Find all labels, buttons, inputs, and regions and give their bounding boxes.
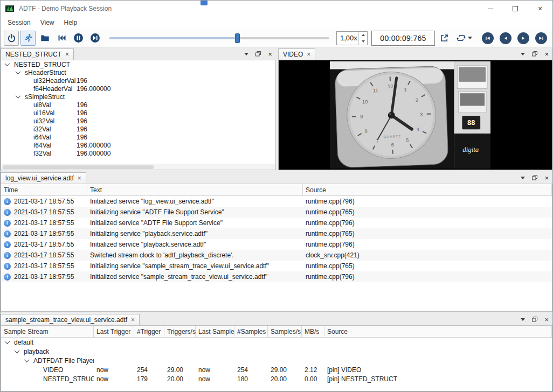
tree-item[interactable]: ui32HeaderVal196 bbox=[1, 76, 275, 85]
brand-strip-text: digita bbox=[462, 146, 479, 153]
tab-close-icon[interactable]: × bbox=[131, 316, 135, 324]
speed-spinbox[interactable]: 1,00x bbox=[336, 31, 368, 45]
cell-text: Initialized service "sample_stream_trace… bbox=[87, 273, 303, 281]
next-marker-button[interactable] bbox=[535, 32, 547, 44]
table-row[interactable]: i2021-03-17 18:57:55Initialized service … bbox=[1, 271, 552, 282]
menu-help[interactable]: Help bbox=[59, 19, 82, 26]
expander-icon[interactable] bbox=[16, 93, 21, 99]
tree-value: 196.000000 bbox=[77, 85, 110, 93]
tab-nested-struct[interactable]: NESTED_STRUCT × bbox=[1, 48, 74, 60]
timeline-slider[interactable] bbox=[109, 31, 329, 46]
tree-item[interactable]: i32Val196 bbox=[1, 125, 275, 133]
table-row[interactable]: i2021-03-17 18:57:55Switched stream cloc… bbox=[1, 250, 552, 261]
step-forward-button[interactable] bbox=[87, 31, 102, 46]
column-header-triggers-s[interactable]: Triggers/s bbox=[164, 326, 196, 337]
panel-float-button[interactable] bbox=[531, 174, 538, 181]
tree-item[interactable]: ui8Val196 bbox=[1, 101, 275, 109]
column-header-sample-stream[interactable]: Sample Stream bbox=[1, 326, 94, 337]
chevron-down-icon bbox=[244, 53, 248, 55]
svg-text:12: 12 bbox=[388, 83, 393, 89]
close-button[interactable]: × bbox=[528, 1, 552, 17]
open-file-button[interactable] bbox=[37, 31, 52, 46]
slider-handle[interactable] bbox=[235, 33, 240, 43]
loop-button[interactable] bbox=[453, 31, 475, 46]
tree-item[interactable]: f64Val196.000000 bbox=[1, 141, 275, 149]
table-row[interactable]: i2021-03-17 18:57:55Initialized service … bbox=[1, 218, 552, 228]
table-row[interactable]: i2021-03-17 18:57:55Initialized service … bbox=[1, 239, 552, 250]
tab-close-icon[interactable]: × bbox=[78, 174, 81, 182]
scrollbar-horizontal[interactable] bbox=[1, 164, 275, 170]
expander-icon[interactable] bbox=[16, 69, 21, 74]
panel-float-button[interactable] bbox=[531, 51, 538, 57]
pause-button[interactable] bbox=[71, 31, 86, 46]
tree-item[interactable]: ui32Val196 bbox=[1, 117, 275, 125]
table-row[interactable]: default bbox=[1, 338, 552, 347]
column-header-last-trigger[interactable]: Last Trigger bbox=[94, 326, 134, 337]
tree-item[interactable]: f32Val196.000000 bbox=[1, 149, 275, 157]
expander-icon[interactable] bbox=[15, 348, 20, 353]
panel-close-button[interactable]: × bbox=[544, 50, 549, 58]
panel-menu-button[interactable] bbox=[521, 177, 525, 179]
tab-video[interactable]: VIDEO × bbox=[278, 48, 315, 60]
expander-icon[interactable] bbox=[24, 357, 30, 362]
detach-button[interactable] bbox=[437, 31, 452, 46]
column-header-num-samples[interactable]: #Samples bbox=[234, 326, 268, 337]
column-header-time[interactable]: Time bbox=[1, 184, 87, 195]
column-header-samples-s[interactable]: Samples/s bbox=[268, 326, 302, 337]
panel-float-button[interactable] bbox=[531, 316, 538, 323]
panel-menu-button[interactable] bbox=[521, 53, 525, 55]
minimize-button[interactable] bbox=[478, 1, 503, 17]
tree-item[interactable]: NESTED_STRUCT bbox=[1, 60, 275, 68]
scrollbar-thumb[interactable] bbox=[3, 165, 154, 169]
panel-float-button[interactable] bbox=[255, 51, 261, 57]
column-header-num-trigger[interactable]: #Trigger bbox=[134, 326, 164, 337]
tree-item[interactable]: ui16Val196 bbox=[1, 109, 275, 117]
cell-time: 2021-03-17 18:57:55 bbox=[14, 241, 74, 248]
column-header-source[interactable]: Source bbox=[324, 326, 552, 337]
panel-close-button[interactable]: × bbox=[544, 174, 549, 182]
column-header-text[interactable]: Text bbox=[87, 184, 303, 195]
cell-last-trigger: now bbox=[94, 366, 134, 374]
maximize-button[interactable] bbox=[503, 1, 528, 17]
table-row[interactable]: playback bbox=[1, 347, 552, 356]
tab-close-icon[interactable]: × bbox=[65, 51, 69, 58]
tab-trace-view[interactable]: sample_stream_trace_view.ui_service.adtf… bbox=[1, 314, 140, 325]
expander-icon[interactable] bbox=[5, 339, 10, 344]
tab-close-icon[interactable]: × bbox=[307, 51, 310, 58]
panel-close-button[interactable]: × bbox=[544, 316, 549, 324]
cell-source: runtime.cpp(796) bbox=[303, 273, 552, 281]
menu-view[interactable]: View bbox=[36, 19, 59, 26]
spin-up-icon[interactable] bbox=[359, 32, 367, 38]
svg-text:11: 11 bbox=[373, 88, 378, 93]
spin-down-icon[interactable] bbox=[359, 38, 367, 45]
tree-item[interactable]: i64Val196 bbox=[1, 133, 275, 141]
expander-icon[interactable] bbox=[5, 61, 10, 66]
table-row[interactable]: ADTFDAT File Player bbox=[1, 356, 552, 365]
column-header-source[interactable]: Source bbox=[303, 184, 552, 195]
run-button[interactable] bbox=[20, 31, 36, 46]
tab-log-view[interactable]: log_view.ui_service.adtf × bbox=[1, 172, 86, 184]
menu-session[interactable]: Session bbox=[3, 19, 36, 26]
panel-close-button[interactable]: × bbox=[268, 50, 272, 58]
step-forward-marker-button[interactable] bbox=[517, 32, 529, 44]
tree-item[interactable]: sHeaderStruct bbox=[1, 68, 275, 76]
shutdown-button[interactable] bbox=[4, 31, 19, 46]
cell-num-samples: 180 bbox=[234, 375, 268, 383]
cell-mb-s: 0.00 bbox=[302, 375, 324, 383]
table-row[interactable]: NESTED_STRUCT now 179 20.00 now 180 20.0… bbox=[1, 374, 552, 383]
table-row[interactable]: i2021-03-17 18:57:55Initializing service… bbox=[1, 228, 552, 239]
time-display[interactable]: 00:00:09:765 bbox=[371, 31, 435, 46]
table-row[interactable]: VIDEO now 254 29.00 now 254 29.00 2.12 [… bbox=[1, 365, 552, 374]
tree-item[interactable]: f64HeaderVal196.000000 bbox=[1, 85, 275, 93]
panel-menu-button[interactable] bbox=[521, 318, 525, 321]
tree-item[interactable]: sSimpleStruct bbox=[1, 93, 275, 101]
prev-marker-button[interactable] bbox=[482, 32, 494, 44]
skip-to-start-button[interactable] bbox=[54, 31, 69, 46]
table-row[interactable]: i2021-03-17 18:57:55Initialized service … bbox=[1, 196, 552, 207]
column-header-last-sample[interactable]: Last Sample bbox=[196, 326, 234, 337]
table-row[interactable]: i2021-03-17 18:57:55Initializing service… bbox=[1, 207, 552, 218]
column-header-mb-s[interactable]: MB/s bbox=[302, 326, 324, 337]
table-row[interactable]: i2021-03-17 18:57:55Initializing service… bbox=[1, 261, 552, 271]
step-back-marker-button[interactable] bbox=[500, 32, 511, 44]
panel-menu-button[interactable] bbox=[244, 53, 248, 55]
